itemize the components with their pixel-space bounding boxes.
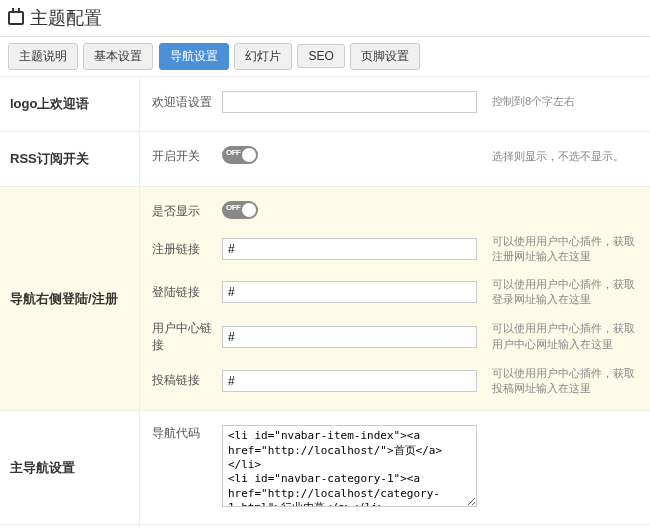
tab-footer-settings[interactable]: 页脚设置 [350,43,420,70]
section-main-nav: 主导航设置 导航代码 [0,411,650,525]
tab-seo[interactable]: SEO [297,44,344,68]
tab-bar: 主题说明 基本设置 导航设置 幻灯片 SEO 页脚设置 [0,37,650,77]
tab-slides[interactable]: 幻灯片 [234,43,292,70]
toggle-text: OFF [226,148,241,157]
row-label: 登陆链接 [152,284,222,301]
section-title: 主导航设置 [0,411,140,524]
calendar-icon [8,11,24,25]
help-text: 可以使用用户中心插件，获取投稿网址输入在这里 [477,366,638,397]
mainnav-code-textarea[interactable] [222,425,477,507]
section-rss: RSS订阅开关 开启开关 OFF 选择则显示，不选不显示。 [0,132,650,187]
toggle-text: OFF [226,203,241,212]
help-text: 可以使用用户中心插件，获取用户中心网址输入在这里 [477,321,638,352]
row-label: 用户中心链接 [152,320,222,354]
contribute-link-input[interactable] [222,370,477,392]
help-text: 可以使用用户中心插件，获取注册网址输入在这里 [477,234,638,265]
page-header: 主题配置 [0,0,650,37]
section-title: RSS订阅开关 [0,132,140,186]
row-label: 开启开关 [152,148,222,165]
usercenter-link-input[interactable] [222,326,477,348]
section-title: 导航右侧登陆/注册 [0,187,140,410]
help-text: 可以使用用户中心插件，获取登录网址输入在这里 [477,277,638,308]
rss-toggle[interactable]: OFF [222,146,258,164]
section-login-register: 导航右侧登陆/注册 是否显示 OFF 注册链接 可以使用用户中心插件，获取注册网… [0,187,650,411]
register-link-input[interactable] [222,238,477,260]
row-label: 注册链接 [152,241,222,258]
tab-nav-settings[interactable]: 导航设置 [159,43,229,70]
section-title: logo上欢迎语 [0,77,140,131]
welcome-input[interactable] [222,91,477,113]
help-text: 控制到8个字左右 [477,94,638,109]
help-text: 选择则显示，不选不显示。 [477,149,638,164]
tab-basic-settings[interactable]: 基本设置 [83,43,153,70]
show-toggle[interactable]: OFF [222,201,258,219]
tab-theme-desc[interactable]: 主题说明 [8,43,78,70]
section-logo-welcome: logo上欢迎语 欢迎语设置 控制到8个字左右 [0,77,650,132]
login-link-input[interactable] [222,281,477,303]
page-title: 主题配置 [30,6,102,30]
row-label: 导航代码 [152,425,222,442]
row-label: 投稿链接 [152,372,222,389]
row-label: 欢迎语设置 [152,94,222,111]
row-label: 是否显示 [152,203,222,220]
